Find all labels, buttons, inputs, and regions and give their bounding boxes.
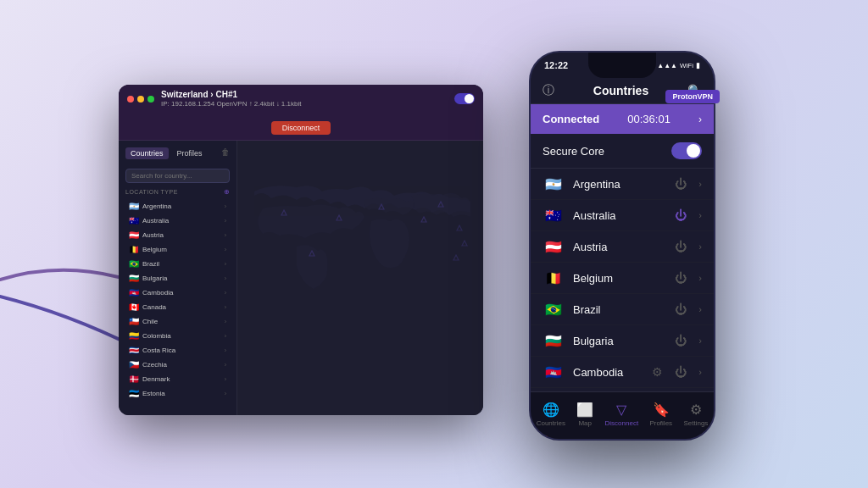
nav-item-map[interactable]: ⬜ Map	[576, 402, 593, 427]
power-icon[interactable]: ⏻	[675, 334, 687, 347]
country-flag: 🇦🇹	[542, 239, 565, 254]
country-chevron: ›	[698, 273, 702, 283]
power-icon[interactable]: ⏻	[675, 365, 687, 379]
desktop-country-item[interactable]: 🇦🇹 Austria ›	[125, 228, 230, 242]
filter-icon[interactable]: ⊕	[224, 188, 230, 196]
desktop-flag: 🇧🇬	[129, 274, 139, 283]
nav-profiles-icon: 🔖	[653, 402, 670, 418]
desktop-search-input[interactable]	[125, 169, 230, 183]
desktop-server-name: Switzerland › CH#1	[161, 90, 448, 99]
desktop-country-item[interactable]: 🇦🇷 Argentina ›	[125, 199, 230, 214]
desktop-country-chevron: ›	[225, 275, 226, 281]
country-item[interactable]: 🇧🇬 Bulgaria ⏻ ›	[531, 325, 714, 357]
nav-map-icon: ⬜	[576, 402, 593, 418]
phone-bottom-nav: 🌐 Countries ⬜ Map ▽ Disconnect 🔖 Profile…	[531, 391, 714, 439]
country-chevron: ›	[698, 210, 702, 220]
window-controls	[127, 96, 154, 103]
delete-icon[interactable]: 🗑	[221, 147, 230, 159]
desktop-country-chevron: ›	[225, 218, 226, 224]
wifi-icon: WiFi	[680, 62, 693, 69]
country-name: Austria	[573, 241, 666, 253]
power-icon[interactable]: ⏻	[675, 302, 687, 316]
desktop-country-item[interactable]: 🇨🇴 Colombia ›	[125, 329, 230, 343]
desktop-country-item[interactable]: 🇰🇭 Cambodia ›	[125, 286, 230, 300]
desktop-country-name: Belgium	[142, 246, 221, 253]
country-flag: 🇦🇺	[542, 208, 565, 223]
country-item[interactable]: 🇧🇪 Belgium ⏻ ›	[531, 263, 714, 294]
desktop-country-name: Brazil	[142, 260, 221, 268]
minimize-button[interactable]	[137, 96, 144, 103]
tab-profiles[interactable]: Profiles	[172, 147, 208, 159]
desktop-country-chevron: ›	[225, 333, 226, 339]
desktop-toggle-knob	[465, 94, 474, 103]
country-item[interactable]: 🇦🇹 Austria ⏻ ›	[531, 231, 714, 263]
country-chevron: ›	[698, 367, 702, 377]
desktop-country-chevron: ›	[225, 376, 226, 382]
power-icon[interactable]: ⏻	[675, 271, 687, 285]
country-name: Bulgaria	[573, 335, 666, 347]
nav-item-profiles[interactable]: 🔖 Profiles	[649, 402, 672, 427]
tab-countries[interactable]: Countries	[125, 147, 169, 159]
desktop-country-chevron: ›	[225, 362, 226, 368]
desktop-flag: 🇩🇰	[129, 374, 139, 384]
svg-marker-5	[421, 217, 426, 222]
secure-core-toggle[interactable]	[671, 142, 702, 159]
secure-core-row: Secure Core	[531, 134, 714, 169]
desktop-country-item[interactable]: 🇧🇷 Brazil ›	[125, 257, 230, 271]
desktop-country-name: Argentina	[142, 202, 221, 210]
connected-row[interactable]: Connected 00:36:01 ›	[531, 104, 714, 134]
info-icon[interactable]: ⓘ	[542, 83, 554, 98]
country-item[interactable]: 🇧🇷 Brazil ⏻ ›	[531, 294, 714, 325]
phone-time: 12:22	[544, 60, 568, 70]
desktop-country-item[interactable]: 🇧🇬 Bulgaria ›	[125, 271, 230, 286]
country-chevron: ›	[698, 336, 702, 346]
desktop-country-item[interactable]: 🇪🇪 Estonia ›	[125, 386, 230, 401]
desktop-flag: 🇦🇹	[129, 230, 139, 240]
desktop-country-item[interactable]: 🇨🇱 Chile ›	[125, 314, 230, 329]
nav-item-settings[interactable]: ⚙ Settings	[683, 402, 708, 427]
country-item[interactable]: 🇦🇷 Argentina ⏻ ›	[531, 169, 714, 200]
desktop-country-chevron: ›	[225, 261, 226, 267]
desktop-country-item[interactable]: 🇧🇪 Belgium ›	[125, 242, 230, 257]
power-icon[interactable]: ⏻	[675, 177, 687, 191]
phone-status-icons: ▲▲▲ WiFi ▮	[657, 61, 700, 69]
desktop-toggle[interactable]	[454, 93, 475, 104]
connected-label: Connected	[542, 113, 599, 125]
country-flag: 🇦🇷	[542, 176, 565, 191]
nav-item-disconnect[interactable]: ▽ Disconnect	[605, 402, 639, 427]
country-item[interactable]: 🇦🇺 Australia ⏻ ›	[531, 200, 714, 231]
desktop-flag: 🇧🇷	[129, 259, 139, 269]
connected-timer: 00:36:01	[627, 113, 670, 125]
desktop-country-name: Bulgaria	[142, 274, 221, 282]
desktop-country-name: Czechia	[142, 361, 221, 369]
desktop-content: Countries Profiles 🗑 Location type ⊕ 🇦🇷 …	[119, 141, 483, 415]
desktop-country-name: Austria	[142, 231, 221, 239]
desktop-sidebar: Countries Profiles 🗑 Location type ⊕ 🇦🇷 …	[119, 141, 237, 415]
close-button[interactable]	[127, 96, 134, 103]
country-item[interactable]: 🇰🇭 Cambodia ⚙ ⏻ ›	[531, 357, 714, 388]
connected-chevron: ›	[698, 114, 702, 125]
desktop-disconnect-button[interactable]: Disconnect	[271, 121, 331, 135]
power-icon[interactable]: ⏻	[675, 240, 687, 253]
desktop-country-chevron: ›	[225, 391, 226, 396]
desktop-country-item[interactable]: 🇩🇰 Denmark ›	[125, 372, 230, 386]
nav-item-countries[interactable]: 🌐 Countries	[537, 402, 565, 427]
country-chevron: ›	[698, 179, 702, 189]
maximize-button[interactable]	[147, 96, 154, 103]
power-icon[interactable]: ⏻	[675, 208, 687, 222]
desktop-flag: 🇧🇪	[129, 245, 139, 254]
desktop-country-chevron: ›	[225, 304, 226, 310]
desktop-country-item[interactable]: 🇦🇺 Australia ›	[125, 214, 230, 228]
desktop-flag: 🇨🇦	[129, 302, 139, 312]
desktop-country-item[interactable]: 🇨🇷 Costa Rica ›	[125, 343, 230, 358]
svg-marker-6	[457, 225, 462, 230]
country-name: Brazil	[573, 303, 666, 316]
desktop-country-item[interactable]: 🇨🇦 Canada ›	[125, 300, 230, 314]
country-name: Argentina	[573, 178, 666, 191]
nav-map-label: Map	[578, 419, 592, 427]
nav-countries-label: Countries	[537, 419, 565, 427]
desktop-country-name: Colombia	[142, 332, 221, 340]
country-name: Belgium	[573, 272, 666, 285]
desktop-country-item[interactable]: 🇨🇿 Czechia ›	[125, 358, 230, 372]
svg-marker-8	[453, 255, 459, 260]
